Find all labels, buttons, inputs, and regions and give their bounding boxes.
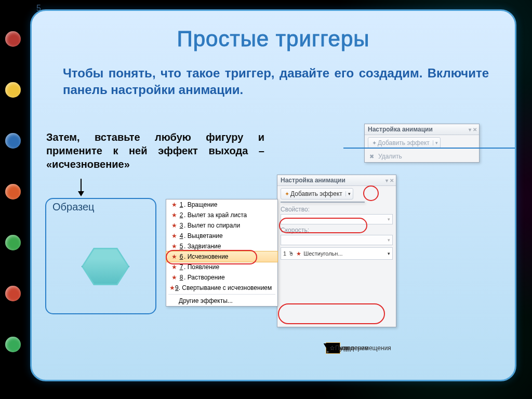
dot (5, 82, 21, 98)
dot (5, 337, 21, 352)
pane-title: Настройка анимации ▾ ✕ (277, 175, 396, 186)
slide-title: Простые триггеры (32, 26, 515, 51)
star-icon: ★ (169, 232, 179, 240)
menu-item-other[interactable]: Другие эффекты... (166, 296, 277, 306)
pane-controls[interactable]: ▾ ✕ (385, 178, 394, 183)
menu-item[interactable]: ★4. Выцветание (166, 231, 277, 241)
star-icon: ★ (169, 201, 179, 208)
menu-label: Другие эффекты... (179, 297, 233, 304)
decorative-dots (5, 31, 21, 352)
hexagon-shape[interactable] (82, 246, 129, 287)
menu-label: Вылет по спирали (188, 222, 241, 229)
menu-label: Выцветание (188, 232, 223, 240)
menu-label: Вращение (188, 201, 218, 208)
exit-effects-submenu: ★1. Вращение ★2. Вылет за край листа ★3.… (166, 199, 278, 307)
star-icon: ☆ (329, 344, 335, 352)
menu-item[interactable]: ★8. Растворение (166, 272, 277, 283)
star-icon: ★ (169, 243, 179, 250)
pane-controls[interactable]: ▾ ✕ (469, 127, 477, 132)
slide-frame: Простые триггеры Чтобы понять, что такое… (30, 9, 516, 381)
menu-item[interactable]: ★1. Вращение (166, 200, 277, 210)
mouse-icon: 🖱 (288, 250, 294, 257)
add-effect-label: Добавить эффект (290, 190, 342, 197)
chevron-down-icon: ▾ (345, 191, 351, 196)
sample-box: Образец (45, 198, 156, 314)
pane-title-text: Настройка анимации (368, 126, 433, 133)
property-field[interactable]: ▾ (281, 214, 393, 224)
pane-title-text: Настройка анимации (281, 177, 345, 184)
menu-label: Задвигание (188, 243, 221, 250)
slide-intro: Чтобы понять, что такое триггер, давайте… (63, 65, 489, 99)
menu-label: Появление (188, 263, 220, 271)
effect-list-item[interactable]: 1 🖱 ★ Шестиугольн... ▾ (281, 247, 393, 260)
dot (5, 133, 21, 149)
speed-label: Скорость: (277, 227, 396, 234)
menu-item[interactable]: ★7. Появление (166, 262, 277, 272)
menu-label: Исчезновение (188, 253, 229, 260)
menu-item-motion[interactable]: ☆ Пути перемещения (326, 343, 340, 353)
effect-name: Шестиугольн... (303, 250, 342, 257)
add-effect-button[interactable]: ✦ Добавить эффект ▾ (281, 188, 353, 200)
dot (5, 235, 21, 250)
sample-label: Образец (52, 201, 95, 213)
dot (5, 286, 21, 301)
star-icon: ★ (169, 274, 179, 281)
menu-item[interactable]: ★3. Вылет по спирали (166, 220, 277, 231)
star-icon: ★ (296, 250, 301, 257)
dot (5, 184, 21, 200)
animation-pane-center: Настройка анимации ▾ ✕ ✦ Добавить эффект… (277, 175, 396, 327)
menu-label: Вылет за край листа (188, 211, 247, 219)
pane-title: Настройка анимации ▾ ✕ (365, 124, 479, 135)
star-icon: ✦ (370, 139, 378, 147)
slide-step: Затем, вставьте любую фигуру и примените… (46, 130, 264, 171)
star-icon: ★ (169, 211, 179, 219)
speed-field[interactable]: ▾ (281, 235, 393, 245)
menu-label: Пути перемещения (335, 344, 391, 352)
star-icon: ★ (169, 222, 179, 229)
arrow-down-icon (81, 179, 82, 195)
add-effect-label: Добавить эффект (378, 139, 430, 147)
menu-separator (168, 294, 275, 295)
star-icon: ✦ (283, 190, 290, 197)
dot (5, 31, 21, 47)
chevron-down-icon: ▾ (388, 251, 390, 256)
menu-label: Свертывание с исчезновением (182, 284, 272, 291)
star-icon: ★ (169, 263, 179, 271)
star-icon: ★ (169, 253, 179, 260)
effect-index: 1 (283, 250, 286, 257)
chevron-down-icon: ▾ (433, 140, 438, 145)
star-icon: ★ (169, 284, 175, 291)
menu-item-disappear[interactable]: ★6. Исчезновение (166, 251, 278, 262)
delete-row: ✖ Удалить (365, 151, 479, 162)
leader-line (343, 148, 515, 149)
delete-icon: ✖ (368, 153, 375, 160)
menu-item[interactable]: ★2. Вылет за край листа (166, 210, 277, 220)
menu-item[interactable]: ★9. Свертывание с исчезновением (166, 283, 277, 293)
menu-label: Растворение (188, 274, 225, 281)
add-effect-button[interactable]: ✦ Добавить эффект ▾ (368, 137, 441, 149)
property-label: Свойство: (277, 206, 396, 213)
delete-label: Удалить (378, 153, 402, 160)
menu-item[interactable]: ★5. Задвигание (166, 241, 277, 251)
animation-pane-right: Настройка анимации ▾ ✕ ✦ Добавить эффект… (364, 124, 480, 163)
